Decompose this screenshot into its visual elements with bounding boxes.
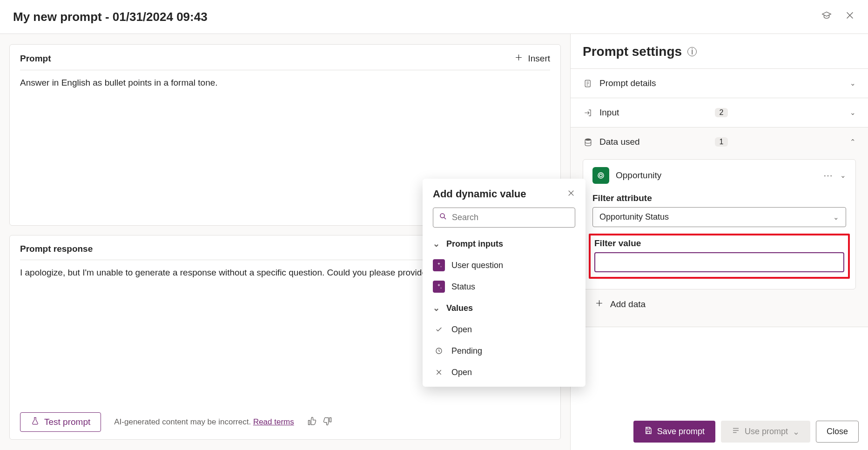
plus-icon	[514, 53, 523, 64]
search-icon	[439, 212, 447, 223]
chevron-down-icon[interactable]: ⌄	[840, 171, 846, 180]
chevron-down-icon: ⌄	[850, 108, 856, 117]
footer-actions: Save prompt Use prompt ⌄ Close	[633, 421, 859, 443]
list-icon	[732, 426, 740, 437]
ai-disclaimer: AI-generated content may be incorrect. R…	[114, 417, 294, 427]
svg-point-2	[598, 173, 604, 178]
popup-input-row[interactable]: User question	[423, 255, 585, 276]
chevron-down-icon: ⌄	[793, 427, 800, 437]
sparkle-icon	[433, 259, 445, 271]
clock-icon	[433, 345, 445, 357]
popup-section-inputs[interactable]: ⌄ Prompt inputs	[423, 233, 585, 255]
popup-title: Add dynamic value	[433, 188, 526, 200]
x-icon	[433, 366, 445, 378]
svg-point-3	[440, 214, 444, 218]
test-prompt-label: Test prompt	[44, 417, 90, 427]
filter-attribute-label: Filter attribute	[592, 193, 846, 203]
chevron-up-icon: ⌃	[850, 138, 856, 146]
data-count-badge: 1	[715, 137, 728, 147]
filter-value-label: Filter value	[594, 238, 844, 249]
database-icon	[583, 137, 593, 147]
use-prompt-button[interactable]: Use prompt ⌄	[721, 421, 810, 443]
insert-label: Insert	[528, 54, 550, 64]
popup-value-row[interactable]: Open	[423, 319, 585, 340]
input-count-badge: 2	[715, 108, 728, 117]
popup-section-values[interactable]: ⌄ Values	[423, 297, 585, 319]
response-card-title: Prompt response	[20, 244, 93, 254]
sparkle-icon	[433, 281, 445, 293]
section-input[interactable]: Input 2 ⌄	[571, 98, 868, 128]
section-label: Data used	[599, 137, 708, 147]
learn-icon[interactable]	[821, 10, 832, 23]
section-data-used: Data used 1 ⌃ Opportunity ⋯ ⌄ Filter att…	[571, 128, 868, 327]
chevron-down-icon: ⌄	[850, 79, 856, 87]
prompt-card-title: Prompt	[20, 54, 51, 64]
search-input-wrap[interactable]	[433, 208, 575, 228]
insert-button[interactable]: Insert	[514, 53, 550, 64]
header-bar: My new prompt - 01/31/2024 09:43	[0, 0, 868, 34]
filter-value-highlight: Filter value	[589, 234, 850, 279]
prompt-text[interactable]: Answer in English as bullet points in a …	[20, 78, 550, 88]
section-prompt-details[interactable]: Prompt details ⌄	[571, 69, 868, 98]
popup-value-row[interactable]: Pending	[423, 340, 585, 362]
filter-attribute-value: Opportunity Status	[599, 212, 669, 222]
entity-name: Opportunity	[616, 170, 817, 181]
chevron-down-icon: ⌄	[433, 303, 440, 313]
table-icon	[592, 167, 609, 184]
save-prompt-button[interactable]: Save prompt	[633, 421, 715, 443]
close-button[interactable]: Close	[816, 421, 859, 443]
info-icon[interactable]: i	[687, 47, 697, 56]
check-icon	[433, 323, 445, 336]
section-label: Prompt details	[599, 78, 843, 88]
page-title: My new prompt - 01/31/2024 09:43	[13, 10, 821, 24]
thumbs-down-icon[interactable]	[323, 416, 332, 428]
input-icon	[583, 107, 593, 118]
section-label: Input	[599, 107, 708, 118]
details-icon	[583, 78, 593, 88]
settings-title: Prompt settings	[583, 44, 682, 59]
popup-value-row[interactable]: Open	[423, 362, 585, 383]
search-input[interactable]	[452, 213, 569, 222]
read-terms-link[interactable]: Read terms	[253, 417, 294, 426]
chevron-down-icon: ⌄	[833, 213, 839, 222]
close-icon[interactable]	[567, 189, 575, 200]
thumbs-up-icon[interactable]	[307, 416, 316, 428]
more-icon[interactable]: ⋯	[823, 170, 834, 181]
chevron-down-icon: ⌄	[433, 239, 440, 249]
dynamic-value-popup: Add dynamic value ⌄ Prompt inputs User q…	[423, 179, 585, 387]
settings-panel: Prompt settings i Prompt details ⌄ Input…	[570, 34, 868, 450]
popup-input-row[interactable]: Status	[423, 276, 585, 297]
svg-point-1	[585, 138, 591, 141]
data-entity-card: Opportunity ⋯ ⌄ Filter attribute Opportu…	[583, 159, 856, 289]
add-data-button[interactable]: Add data	[583, 289, 856, 315]
test-prompt-button[interactable]: Test prompt	[20, 412, 101, 432]
filter-attribute-select[interactable]: Opportunity Status ⌄	[592, 207, 846, 227]
flask-icon	[31, 416, 40, 428]
filter-value-input[interactable]	[594, 252, 844, 272]
plus-icon	[595, 299, 604, 310]
close-icon[interactable]	[845, 10, 855, 23]
save-icon	[644, 426, 653, 437]
section-data-used-header[interactable]: Data used 1 ⌃	[571, 128, 868, 156]
add-data-label: Add data	[610, 299, 646, 309]
